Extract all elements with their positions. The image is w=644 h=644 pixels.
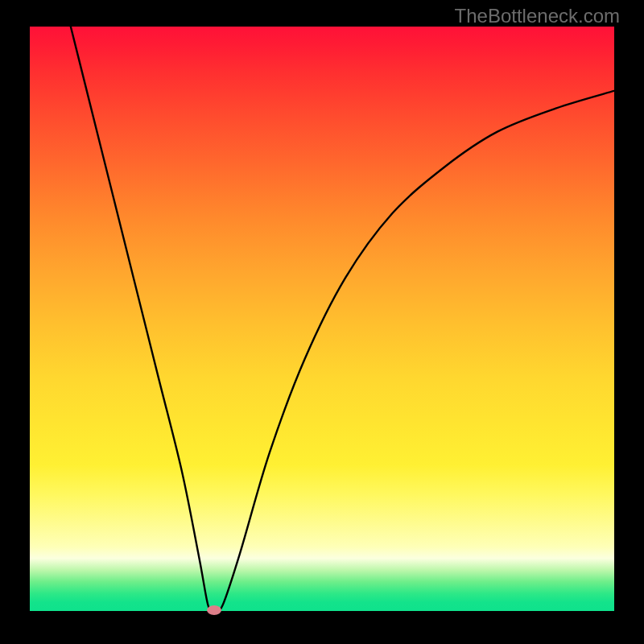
- chart-frame: TheBottleneck.com: [0, 0, 644, 644]
- optimal-point-marker: [207, 605, 221, 615]
- watermark: TheBottleneck.com: [455, 5, 620, 27]
- gradient-plot-area: [30, 27, 614, 611]
